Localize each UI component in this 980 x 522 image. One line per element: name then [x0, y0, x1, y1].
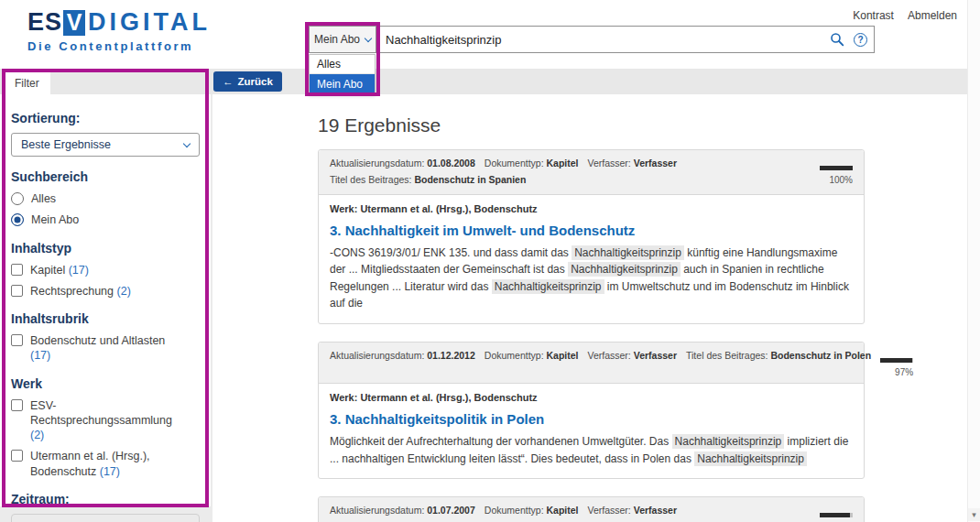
sort-select[interactable]: Beste Ergebnisse	[11, 133, 200, 157]
result-card-header: Aktualisierungsdatum: 01.07.2007Dokument…	[319, 497, 864, 522]
result-card-body: Werk: Utermann et al. (Hrsg.), Bodenschu…	[319, 384, 864, 478]
filter-option-label: ESV-Rechtsprechungssammlung (2)	[30, 398, 186, 443]
checkbox-icon[interactable]	[11, 285, 23, 297]
checkbox-icon[interactable]	[11, 450, 23, 462]
help-icon[interactable]: ?	[854, 33, 867, 47]
result-meta: Aktualisierungsdatum: 01.07.2007Dokument…	[330, 503, 814, 522]
results-area: 19 Ergebnisse Aktualisierungsdatum: 01.0…	[212, 94, 967, 522]
filter-option-count: (17)	[69, 264, 89, 277]
top-links: Kontrast Abmelden	[853, 9, 957, 22]
relevance-percent: 100%	[814, 175, 853, 185]
result-meta: Aktualisierungsdatum: 01.08.2008Dokument…	[330, 156, 814, 189]
scroll-down-arrow-icon[interactable]: ▾	[968, 508, 980, 521]
checkbox-option[interactable]: Utermann et al. (Hrsg.), Bodenschutz (17…	[11, 449, 200, 479]
filter-option-count: (17)	[100, 465, 120, 478]
kontrast-link[interactable]: Kontrast	[853, 9, 894, 22]
checkbox-icon[interactable]	[11, 399, 23, 411]
radio-option[interactable]: Mein Abo	[11, 212, 200, 227]
logo-tagline: Die Contentplattform	[27, 39, 211, 53]
filter-sidebar: Sortierung: Beste Ergebnisse Suchbereich…	[0, 94, 211, 506]
scope-button-label: Mein Abo	[314, 33, 360, 46]
filter-group-heading: Werk	[11, 376, 200, 391]
filter-option-label: Rechtsprechung (2)	[30, 284, 131, 299]
result-title-link[interactable]: 3. Nachhaltigkeit im Umwelt- und Bodensc…	[330, 223, 635, 238]
meta-pair: Titel des Beitrages: Bodenschutz in Pole…	[686, 350, 871, 361]
sort-select-value: Beste Ergebnisse	[21, 138, 111, 151]
scope-menu-item[interactable]: Mein Abo	[310, 74, 375, 93]
filter-option-label: Mein Abo	[31, 212, 79, 227]
filter-option-count: (2)	[117, 285, 131, 298]
highlighted-term: Nachhaltigkeitsprinzip	[568, 262, 681, 277]
checkbox-icon[interactable]	[11, 264, 23, 276]
result-card-header: Aktualisierungsdatum: 01.08.2008Dokument…	[319, 150, 864, 195]
radio-option[interactable]: Alles	[11, 191, 200, 206]
meta-pair: Titel des Beitrages: Bodenschutz in Span…	[330, 174, 526, 185]
search-bar: Mein Abo ?	[309, 26, 875, 53]
back-arrow-icon: ←	[223, 76, 234, 87]
result-card-body: Werk: Utermann et al. (Hrsg.), Bodenschu…	[319, 195, 864, 323]
highlighted-term: Nachhaltigkeitsprinzip	[572, 245, 684, 260]
highlighted-term: Nachhaltigkeitsprinzip	[672, 434, 785, 449]
search-icon[interactable]	[830, 32, 844, 47]
results-count-heading: 19 Ergebnisse	[318, 114, 967, 136]
highlighted-term: Nachhaltigkeitsprinzip	[694, 451, 807, 466]
relevance-indicator: 93%	[814, 503, 853, 522]
filter-tab-label: Filter	[15, 77, 39, 90]
radio-icon[interactable]	[11, 192, 24, 205]
logo-text-digital: DIGITAL	[88, 8, 211, 37]
zeitraum-box: Von: Bis: Anwenden Zurücksetzen	[11, 514, 200, 522]
filter-group-heading: Inhaltstyp	[11, 241, 200, 256]
meta-pair: Dokumenttyp: Kapitel	[485, 505, 579, 516]
checkbox-option[interactable]: Rechtsprechung (2)	[11, 284, 200, 299]
meta-pair: Aktualisierungsdatum: 01.12.2012	[330, 350, 475, 361]
filter-option-label: Kapitel (17)	[30, 263, 89, 277]
filter-group-heading: Inhaltsrubrik	[11, 311, 200, 326]
meta-pair: Aktualisierungsdatum: 01.08.2008	[330, 158, 475, 169]
result-snippet: -CONS 3619/3/01/ ENK 135. und dass damit…	[330, 245, 853, 312]
search-scope-dropdown-button[interactable]: Mein Abo	[309, 26, 376, 53]
result-card: Aktualisierungsdatum: 01.08.2008Dokument…	[318, 149, 865, 324]
result-snippet: Möglichkeit der Aufrechterhaltung der vo…	[330, 433, 853, 467]
relevance-indicator: 97%	[880, 348, 913, 377]
filter-option-label: Utermann et al. (Hrsg.), Bodenschutz (17…	[30, 449, 186, 479]
highlighted-term: Nachhaltigkeitsprinzip	[492, 279, 604, 294]
filter-option-label: Alles	[31, 191, 56, 206]
checkbox-option[interactable]: Kapitel (17)	[11, 263, 200, 277]
logo-v-box: V	[63, 10, 85, 36]
relevance-bar	[880, 358, 913, 363]
tab-filter[interactable]: Filter	[5, 71, 50, 94]
sort-heading: Sortierung:	[11, 111, 200, 125]
result-title-link[interactable]: 3. Nachhaltigkeitspolitik in Polen	[330, 411, 544, 427]
result-card-header: Aktualisierungsdatum: 01.12.2012Dokument…	[319, 343, 864, 384]
abmelden-link[interactable]: Abmelden	[908, 9, 957, 22]
meta-pair: Verfasser: Verfasser	[588, 505, 678, 516]
relevance-bar	[820, 513, 853, 517]
meta-pair: Verfasser: Verfasser	[588, 350, 678, 361]
filter-group-heading: Suchbereich	[11, 169, 200, 184]
search-input[interactable]	[376, 26, 875, 53]
meta-pair: Aktualisierungsdatum: 01.07.2007	[330, 505, 475, 516]
zeitraum-heading: Zeitraum:	[11, 492, 200, 506]
results-list: Aktualisierungsdatum: 01.08.2008Dokument…	[318, 149, 865, 522]
checkbox-option[interactable]: ESV-Rechtsprechungssammlung (2)	[11, 398, 200, 443]
meta-pair: Verfasser: Verfasser	[588, 158, 678, 169]
chevron-down-icon	[365, 34, 372, 41]
relevance-percent: 97%	[880, 367, 913, 377]
scope-menu-item[interactable]: Alles	[310, 55, 375, 74]
back-button[interactable]: ← Zurück	[213, 71, 282, 92]
checkbox-icon[interactable]	[11, 334, 23, 346]
meta-pair: Dokumenttyp: Kapitel	[485, 350, 579, 361]
filter-option-count: (2)	[30, 429, 44, 441]
logo-text-es: ES	[27, 8, 62, 37]
radio-icon[interactable]	[11, 213, 24, 226]
werk-line: Werk: Utermann et al. (Hrsg.), Bodenschu…	[330, 392, 853, 403]
vertical-scrollbar[interactable]: ▾	[967, 0, 980, 522]
scope-menu: AllesMein Abo	[309, 54, 376, 94]
checkbox-option[interactable]: Bodenschutz und Altlasten (17)	[11, 333, 200, 364]
filter-option-label: Bodenschutz und Altlasten (17)	[30, 333, 186, 364]
esv-digital-logo[interactable]: ES V DIGITAL Die Contentplattform	[27, 8, 211, 53]
filter-groups: SuchbereichAllesMein AboInhaltstypKapite…	[11, 169, 200, 479]
back-button-label: Zurück	[238, 76, 273, 87]
result-card: Aktualisierungsdatum: 01.12.2012Dokument…	[318, 342, 865, 479]
result-card: Aktualisierungsdatum: 01.07.2007Dokument…	[318, 496, 865, 522]
